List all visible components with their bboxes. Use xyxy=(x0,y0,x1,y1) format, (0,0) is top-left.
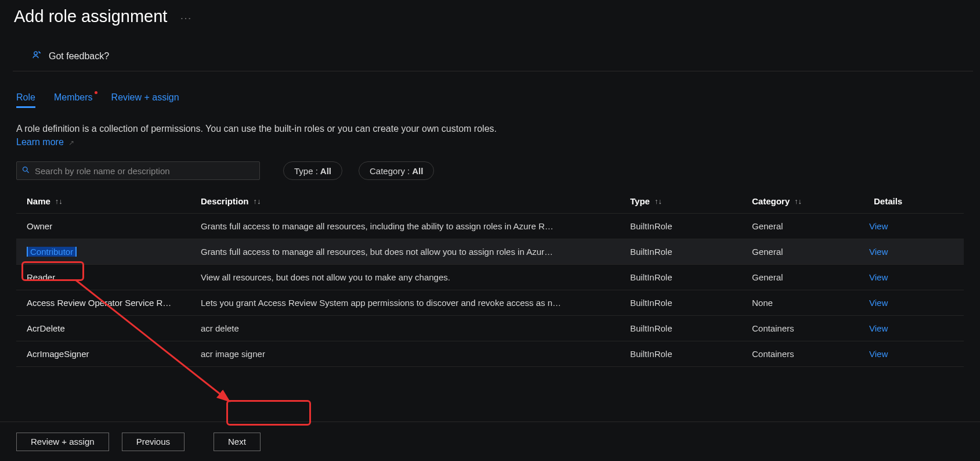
footer: Review + assign Previous Next xyxy=(0,422,980,461)
table-header: Name ↑↓ Description ↑↓ Type ↑↓ Category … xyxy=(16,189,964,214)
filter-category-label: Category : xyxy=(370,166,410,176)
col-details-label: Details xyxy=(874,196,902,206)
table-row[interactable]: AcrDelete acr delete BuiltInRole Contain… xyxy=(16,316,964,341)
row-name: Owner xyxy=(16,221,190,231)
row-desc: acr delete xyxy=(190,323,620,333)
previous-button[interactable]: Previous xyxy=(122,433,185,451)
more-icon[interactable]: ⋯ xyxy=(180,12,191,24)
filter-category[interactable]: Category : All xyxy=(359,161,434,180)
view-link[interactable]: View xyxy=(863,349,910,359)
col-desc-label: Description xyxy=(201,196,249,206)
role-description: A role definition is a collection of per… xyxy=(0,108,522,149)
row-desc: Grants full access to manage all resourc… xyxy=(190,247,620,257)
indicator-dot-icon xyxy=(95,91,97,94)
search-icon xyxy=(21,165,30,176)
tab-review-label: Review + assign xyxy=(111,92,179,102)
col-details: Details xyxy=(863,196,910,206)
row-desc: acr image signer xyxy=(190,349,620,359)
row-name: Contributor xyxy=(16,247,190,257)
col-type-label: Type xyxy=(630,196,650,206)
row-desc: Grants full access to manage all resourc… xyxy=(190,221,620,231)
col-name-label: Name xyxy=(27,196,50,206)
row-name: Access Review Operator Service R… xyxy=(16,298,190,308)
table-row[interactable]: Access Review Operator Service R… Lets y… xyxy=(16,290,964,316)
next-button[interactable]: Next xyxy=(214,433,261,451)
table-row[interactable]: Contributor Grants full access to manage… xyxy=(16,239,964,265)
row-cat: Containers xyxy=(742,349,863,359)
row-type: BuiltInRole xyxy=(620,247,742,257)
row-type: BuiltInRole xyxy=(620,221,742,231)
row-cat: General xyxy=(742,247,863,257)
row-type: BuiltInRole xyxy=(620,298,742,308)
sort-icon: ↑↓ xyxy=(654,197,662,206)
view-link[interactable]: View xyxy=(863,221,910,231)
filter-type[interactable]: Type : All xyxy=(283,161,342,180)
tab-role[interactable]: Role xyxy=(16,92,35,108)
page-title: Add role assignment ⋯ xyxy=(0,0,980,26)
search-input-wrapper[interactable] xyxy=(16,161,260,180)
external-link-icon: ↗ xyxy=(68,139,74,147)
col-category[interactable]: Category ↑↓ xyxy=(742,196,863,206)
filter-category-value: All xyxy=(412,166,423,176)
view-link[interactable]: View xyxy=(863,323,910,333)
sort-icon: ↑↓ xyxy=(794,197,802,206)
row-type: BuiltInRole xyxy=(620,323,742,333)
row-cat: None xyxy=(742,298,863,308)
role-name-selected: Contributor xyxy=(27,247,77,257)
role-desc-text: A role definition is a collection of per… xyxy=(16,124,497,134)
page-title-text: Add role assignment xyxy=(14,7,167,26)
col-description[interactable]: Description ↑↓ xyxy=(190,196,620,206)
review-assign-button[interactable]: Review + assign xyxy=(16,433,109,451)
tab-members-label: Members xyxy=(54,92,93,102)
feedback-bar[interactable]: Got feedback? xyxy=(13,26,973,71)
col-name[interactable]: Name ↑↓ xyxy=(16,196,190,206)
svg-point-1 xyxy=(23,167,28,172)
col-cat-label: Category xyxy=(752,196,790,206)
search-input[interactable] xyxy=(35,166,255,176)
row-desc: Lets you grant Access Review System app … xyxy=(190,298,620,308)
tab-review-assign[interactable]: Review + assign xyxy=(111,92,179,108)
view-link[interactable]: View xyxy=(863,272,910,282)
learn-more-label: Learn more xyxy=(16,137,64,147)
tabs: Role Members Review + assign xyxy=(0,71,980,108)
row-desc: View all resources, but does not allow y… xyxy=(190,272,620,282)
row-cat: Containers xyxy=(742,323,863,333)
row-name: Reader xyxy=(16,272,190,282)
row-name: AcrDelete xyxy=(16,323,190,333)
table-row[interactable]: Reader View all resources, but does not … xyxy=(16,265,964,290)
filter-type-value: All xyxy=(320,166,331,176)
roles-table: Name ↑↓ Description ↑↓ Type ↑↓ Category … xyxy=(16,189,964,367)
tab-members[interactable]: Members xyxy=(54,92,93,108)
feedback-icon xyxy=(31,49,43,63)
view-link[interactable]: View xyxy=(863,247,910,257)
row-type: BuiltInRole xyxy=(620,272,742,282)
row-cat: General xyxy=(742,272,863,282)
learn-more-link[interactable]: Learn more ↗ xyxy=(16,137,74,147)
sort-icon: ↑↓ xyxy=(55,197,63,206)
row-cat: General xyxy=(742,221,863,231)
table-row[interactable]: Owner Grants full access to manage all r… xyxy=(16,214,964,239)
filter-row: Type : All Category : All xyxy=(0,149,980,180)
col-type[interactable]: Type ↑↓ xyxy=(620,196,742,206)
tab-role-label: Role xyxy=(16,92,35,102)
svg-point-0 xyxy=(34,52,38,55)
sort-icon: ↑↓ xyxy=(254,197,261,206)
view-link[interactable]: View xyxy=(863,298,910,308)
feedback-label: Got feedback? xyxy=(49,51,109,62)
row-type: BuiltInRole xyxy=(620,349,742,359)
filter-type-label: Type : xyxy=(294,166,318,176)
row-name: AcrImageSigner xyxy=(16,349,190,359)
table-row[interactable]: AcrImageSigner acr image signer BuiltInR… xyxy=(16,341,964,367)
